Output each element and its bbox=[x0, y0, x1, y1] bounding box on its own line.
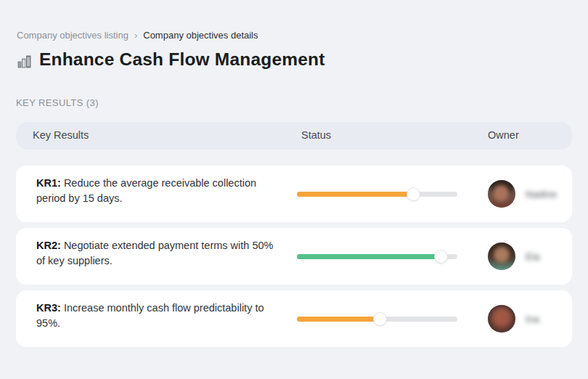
progress-fill bbox=[297, 192, 414, 197]
avatar bbox=[488, 243, 515, 270]
kr-text: Increase monthly cash flow predictabilit… bbox=[36, 302, 264, 329]
key-results-count-label: KEY RESULTS (3) bbox=[16, 97, 99, 108]
owner-cell: Nadine bbox=[488, 166, 557, 222]
kr-label: KR3: bbox=[36, 302, 61, 314]
key-results-list: KR1: Reduce the average receivable colle… bbox=[16, 166, 572, 353]
owner-name: Ina bbox=[526, 314, 539, 325]
kr-description: KR2: Negotiate extended payment terms wi… bbox=[36, 238, 285, 268]
kr-description: KR3: Increase monthly cash flow predicta… bbox=[36, 301, 285, 330]
avatar bbox=[488, 180, 515, 208]
kr-text: Negotiate extended payment terms with 50… bbox=[36, 240, 273, 266]
owner-name: Ela bbox=[526, 251, 540, 262]
column-header-status: Status bbox=[301, 129, 331, 141]
table-header: Key Results Status Owner bbox=[16, 122, 572, 150]
progress-fill bbox=[297, 254, 441, 259]
breadcrumb-item-details: Company objectives details bbox=[143, 30, 258, 41]
column-header-key-results: Key Results bbox=[33, 129, 89, 141]
page-title: Enhance Cash Flow Management bbox=[39, 49, 325, 70]
owner-name: Nadine bbox=[526, 189, 557, 200]
key-result-row-1[interactable]: KR1: Reduce the average receivable colle… bbox=[16, 166, 572, 222]
breadcrumb: Company objectives listing › Company obj… bbox=[17, 30, 258, 41]
progress-slider[interactable] bbox=[297, 317, 457, 322]
progress-slider[interactable] bbox=[297, 254, 457, 259]
kr-description: KR1: Reduce the average receivable colle… bbox=[36, 176, 285, 205]
title-row: Enhance Cash Flow Management bbox=[17, 49, 325, 70]
kr-label: KR2: bbox=[36, 240, 61, 251]
breadcrumb-item-listing[interactable]: Company objectives listing bbox=[17, 30, 128, 41]
progress-knob[interactable] bbox=[374, 313, 386, 325]
owner-cell: Ela bbox=[488, 228, 540, 285]
buildings-bar-chart-icon bbox=[17, 54, 31, 68]
progress-knob[interactable] bbox=[435, 250, 447, 263]
key-result-row-3[interactable]: KR3: Increase monthly cash flow predicta… bbox=[16, 290, 572, 347]
avatar bbox=[488, 305, 515, 333]
progress-slider[interactable] bbox=[297, 192, 457, 197]
progress-fill bbox=[297, 317, 380, 322]
kr-label: KR1: bbox=[36, 177, 61, 189]
kr-text: Reduce the average receivable collection… bbox=[36, 177, 256, 204]
owner-cell: Ina bbox=[488, 290, 539, 347]
key-result-row-2[interactable]: KR2: Negotiate extended payment terms wi… bbox=[16, 228, 572, 285]
chevron-right-icon: › bbox=[134, 30, 137, 41]
objective-details-page: Company objectives listing › Company obj… bbox=[0, 0, 588, 379]
column-header-owner: Owner bbox=[488, 129, 519, 141]
progress-knob[interactable] bbox=[407, 188, 420, 200]
